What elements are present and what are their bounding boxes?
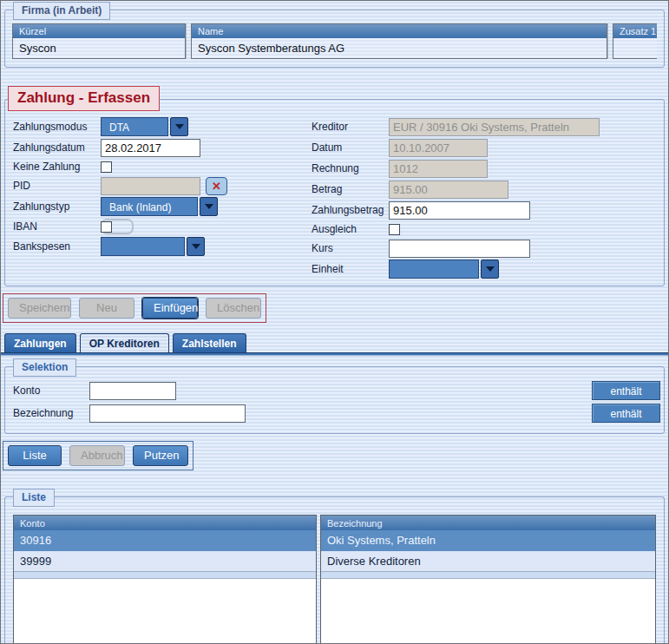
konto-list-header: Konto xyxy=(14,516,316,530)
close-icon: ✕ xyxy=(212,180,221,193)
tab-zahlstellen[interactable]: Zahlstellen xyxy=(173,333,246,352)
putzen-button[interactable]: Putzen xyxy=(133,445,188,466)
einfuegen-button[interactable]: Einfügen xyxy=(142,298,198,319)
selektion-panel-legend: Selektion xyxy=(13,358,76,377)
konto-filter-label: Konto xyxy=(13,384,89,397)
neu-button: Neu xyxy=(79,298,134,319)
betrag-row: Betrag xyxy=(312,180,656,199)
result-lists: Konto 30916 39999 Bezeichnung Oki System… xyxy=(13,515,656,644)
iban-row: IBAN xyxy=(13,218,312,235)
zahlungsdatum-input[interactable] xyxy=(101,139,200,157)
pid-input xyxy=(101,177,200,195)
datum-input xyxy=(389,139,488,157)
bezeichnung-list-empty-area xyxy=(321,579,655,644)
keine-zahlung-checkbox[interactable] xyxy=(101,161,112,173)
kreditor-label: Kreditor xyxy=(312,121,389,133)
tab-zahlungen[interactable]: Zahlungen xyxy=(4,333,76,352)
app-window: { "firma": { "legend": "Firma (in Arbeit… xyxy=(0,0,669,644)
zahlungsmodus-label: Zahlungsmodus xyxy=(13,121,101,133)
table-row[interactable]: Diverse Kreditoren xyxy=(321,551,655,572)
einheit-dropdown[interactable] xyxy=(389,260,499,279)
iban-checkbox[interactable] xyxy=(101,221,112,233)
kurs-input[interactable] xyxy=(389,240,530,258)
bankspesen-row: Bankspesen xyxy=(13,237,312,256)
betrag-input xyxy=(389,181,508,199)
kurs-label: Kurs xyxy=(312,242,389,254)
firma-column-zusatz1: Zusatz 1 xyxy=(613,23,657,59)
chevron-down-icon[interactable] xyxy=(481,260,499,279)
list-strip xyxy=(14,572,316,579)
liste-button[interactable]: Liste xyxy=(8,445,62,466)
bezeichnung-filter-input[interactable] xyxy=(89,404,246,423)
einheit-selected-value xyxy=(389,260,479,279)
kuerzel-value: Syscon xyxy=(13,38,185,58)
pid-row: PID ✕ xyxy=(13,176,312,195)
zahlungsmodus-row: Zahlungsmodus DTA xyxy=(13,117,312,136)
zahlungstyp-dropdown[interactable]: Bank (Inland) xyxy=(101,197,218,216)
bezeichnung-list-header: Bezeichnung xyxy=(321,516,655,530)
zahlungsbetrag-input[interactable] xyxy=(389,201,530,220)
zahlungsdatum-label: Zahlungsdatum xyxy=(13,141,101,154)
list-strip xyxy=(321,572,655,579)
rechnung-label: Rechnung xyxy=(312,162,389,174)
bezeichnung-filter-row: Bezeichnung enthält xyxy=(13,404,656,423)
zahlungsmodus-dropdown[interactable]: DTA xyxy=(101,117,188,136)
table-row[interactable]: 39999 xyxy=(14,551,316,572)
table-row[interactable]: 30916 xyxy=(14,530,316,551)
tab-underline xyxy=(1,352,668,356)
chevron-down-icon[interactable] xyxy=(200,197,218,216)
zahlungsmodus-selected-value: DTA xyxy=(101,117,168,136)
datum-row: Datum xyxy=(312,138,656,157)
zusatz1-column-header: Zusatz 1 xyxy=(613,24,657,38)
betrag-label: Betrag xyxy=(312,183,389,195)
bezeichnung-enthaelt-button[interactable]: enthält xyxy=(592,404,660,423)
ausgleich-label: Ausgleich xyxy=(312,223,389,235)
firma-column-name: Name Syscon Systemberatungs AG xyxy=(191,23,607,59)
record-actions: Speichern Neu Einfügen Löschen xyxy=(3,293,266,323)
zahlungsbetrag-label: Zahlungsbetrag xyxy=(312,204,389,216)
kreditor-input xyxy=(389,118,600,136)
zahlung-form-left: Zahlungsmodus DTA Zahlungsdatum Keine Za… xyxy=(13,117,312,280)
tab-op-kreditoren[interactable]: OP Kreditoren xyxy=(80,333,169,352)
name-column-header: Name xyxy=(192,24,607,38)
konto-filter-input[interactable] xyxy=(89,382,176,400)
bankspesen-label: Bankspesen xyxy=(13,240,101,253)
zahlungstyp-selected-value: Bank (Inland) xyxy=(101,197,198,216)
einheit-row: Einheit xyxy=(312,260,656,279)
tab-bar: Zahlungen OP Kreditoren Zahlstellen xyxy=(4,333,668,352)
konto-filter-row: Konto enthält xyxy=(13,381,656,400)
zusatz1-value xyxy=(613,38,657,58)
rechnung-row: Rechnung xyxy=(312,159,656,178)
konto-enthaelt-button[interactable]: enthält xyxy=(592,381,660,400)
kurs-row: Kurs xyxy=(312,239,656,258)
kuerzel-column-header: Kürzel xyxy=(13,24,185,38)
konto-list-empty-area xyxy=(14,579,316,644)
bezeichnung-filter-label: Bezeichnung xyxy=(13,407,89,419)
chevron-down-icon[interactable] xyxy=(187,237,205,256)
zahlungstyp-row: Zahlungstyp Bank (Inland) xyxy=(13,197,312,216)
list-actions: Liste Abbruch Putzen xyxy=(3,441,193,470)
liste-panel: Liste Konto 30916 39999 Bezeichnung Oki … xyxy=(4,496,665,644)
zahlungsdatum-row: Zahlungsdatum xyxy=(13,138,312,157)
iban-field xyxy=(101,219,134,234)
ausgleich-row: Ausgleich xyxy=(312,221,656,237)
firma-panel-legend: Firma (in Arbeit) xyxy=(13,2,110,20)
ausgleich-checkbox[interactable] xyxy=(389,224,400,235)
firma-columns: Kürzel Syscon Name Syscon Systemberatung… xyxy=(12,23,657,59)
table-row[interactable]: Oki Systems, Pratteln xyxy=(321,530,655,551)
name-value: Syscon Systemberatungs AG xyxy=(192,38,607,58)
speichern-button: Speichern xyxy=(8,298,71,319)
firma-panel: Firma (in Arbeit) Kürzel Syscon Name Sys… xyxy=(4,10,665,68)
zahlungstyp-label: Zahlungstyp xyxy=(13,200,101,213)
bezeichnung-list: Bezeichnung Oki Systems, Pratteln Divers… xyxy=(320,515,656,644)
keine-zahlung-label: Keine Zahlung xyxy=(13,161,101,173)
chevron-down-icon[interactable] xyxy=(170,117,188,136)
bankspesen-dropdown[interactable] xyxy=(101,237,205,256)
zahlung-erfassen-title: Zahlung - Erfassen xyxy=(8,86,160,111)
iban-label: IBAN xyxy=(13,220,101,233)
keine-zahlung-row: Keine Zahlung xyxy=(13,159,312,174)
konto-list: Konto 30916 39999 xyxy=(13,515,317,644)
loeschen-button: Löschen xyxy=(206,298,261,319)
clear-pid-button[interactable]: ✕ xyxy=(206,177,227,195)
bankspesen-selected-value xyxy=(101,237,185,256)
